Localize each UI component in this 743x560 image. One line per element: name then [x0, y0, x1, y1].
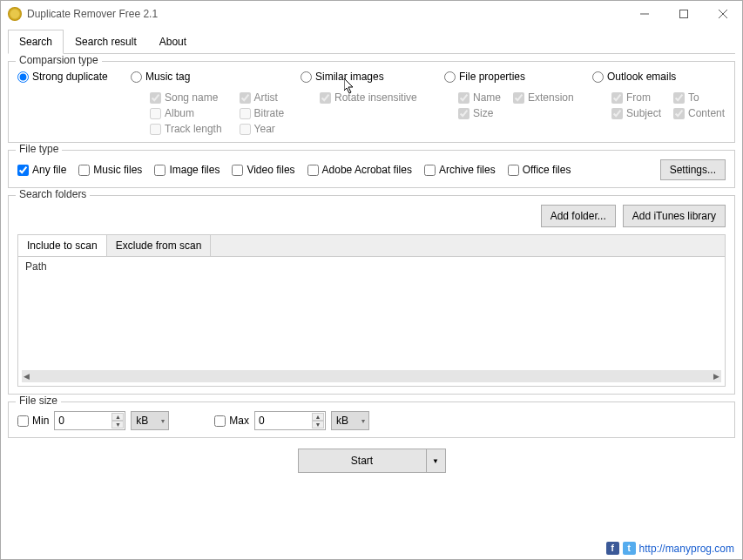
- min-input[interactable]: 0▲▼: [54, 411, 125, 430]
- chk-song-name: Song name: [150, 91, 222, 104]
- chk-from: From: [611, 91, 661, 104]
- chk-office-files[interactable]: Office files: [508, 164, 571, 176]
- filesize-label: File size: [16, 395, 61, 407]
- radio-similar-images[interactable]: Similar images: [301, 71, 444, 83]
- chk-adobe-files[interactable]: Adobe Acrobat files: [307, 164, 412, 176]
- chk-content: Content: [673, 107, 725, 119]
- start-dropdown-button[interactable]: ▼: [427, 449, 446, 473]
- comparison-group: Comparsion type Strong duplicate Music t…: [8, 61, 735, 143]
- svg-rect-1: [679, 10, 687, 18]
- min-spinner[interactable]: ▲▼: [111, 413, 124, 428]
- chk-size: Size: [458, 107, 501, 119]
- chk-to: To: [673, 91, 725, 104]
- maximize-button[interactable]: [664, 2, 703, 26]
- scan-tabs: Include to scan Exclude from scan: [17, 234, 726, 256]
- chk-any-file[interactable]: Any file: [17, 164, 66, 176]
- footer: f t http://manyprog.com: [606, 542, 734, 555]
- tab-include-scan[interactable]: Include to scan: [18, 235, 107, 256]
- chk-image-files[interactable]: Image files: [154, 164, 220, 176]
- folders-label: Search folders: [16, 188, 90, 200]
- chk-extension: Extension: [513, 91, 574, 104]
- radio-music-tag[interactable]: Music tag: [131, 71, 301, 83]
- max-spinner[interactable]: ▲▼: [312, 413, 324, 428]
- chk-rotate-insensitive: Rotate insensitive: [320, 91, 444, 104]
- filesize-group: File size Min 0▲▼ kB Max 0▲▼ kB: [8, 401, 735, 438]
- settings-button[interactable]: Settings...: [660, 159, 726, 180]
- add-folder-button[interactable]: Add folder...: [541, 205, 616, 227]
- chk-archive-files[interactable]: Archive files: [424, 164, 496, 176]
- facebook-icon[interactable]: f: [606, 542, 619, 555]
- min-unit-select[interactable]: kB: [131, 411, 169, 430]
- radio-strong-duplicate[interactable]: Strong duplicate: [17, 71, 131, 83]
- chk-subject: Subject: [611, 107, 661, 119]
- website-link[interactable]: http://manyprog.com: [639, 543, 734, 555]
- chk-name: Name: [458, 91, 501, 104]
- start-button[interactable]: Start: [298, 449, 427, 473]
- chk-music-files[interactable]: Music files: [78, 164, 142, 176]
- chk-album: Album: [150, 107, 222, 119]
- horizontal-scrollbar[interactable]: ◀ ▶: [22, 370, 721, 382]
- folders-group: Search folders Add folder... Add iTunes …: [8, 195, 735, 395]
- app-icon: [8, 7, 22, 21]
- add-itunes-button[interactable]: Add iTunes library: [623, 205, 726, 227]
- filetype-label: File type: [16, 143, 62, 155]
- chk-bitrate: Bitrate: [240, 107, 285, 119]
- max-unit-select[interactable]: kB: [331, 411, 369, 430]
- comparison-label: Comparsion type: [16, 54, 102, 66]
- scroll-left-icon[interactable]: ◀: [24, 372, 30, 381]
- chk-max[interactable]: Max: [214, 415, 249, 427]
- tab-search[interactable]: Search: [8, 30, 64, 54]
- chk-artist: Artist: [240, 91, 285, 104]
- twitter-icon[interactable]: t: [623, 542, 636, 555]
- tab-about[interactable]: About: [148, 30, 198, 54]
- radio-file-properties[interactable]: File properties: [444, 71, 592, 83]
- tab-exclude-scan[interactable]: Exclude from scan: [107, 235, 212, 256]
- chk-video-files[interactable]: Video files: [232, 164, 294, 176]
- close-button[interactable]: [703, 2, 742, 26]
- radio-outlook-emails[interactable]: Outlook emails: [592, 71, 726, 83]
- chk-year: Year: [240, 123, 285, 135]
- path-column-header: Path: [18, 257, 725, 276]
- minimize-button[interactable]: [625, 2, 664, 26]
- path-list[interactable]: Path ◀ ▶: [17, 256, 726, 387]
- max-input[interactable]: 0▲▼: [254, 411, 326, 430]
- chk-track-length: Track length: [150, 123, 222, 135]
- scroll-right-icon[interactable]: ▶: [713, 372, 719, 381]
- chk-min[interactable]: Min: [17, 415, 49, 427]
- window-title: Duplicate Remover Free 2.1: [27, 8, 625, 20]
- tab-search-result[interactable]: Search result: [64, 30, 148, 54]
- main-tabs: Search Search result About: [8, 29, 735, 54]
- filetype-group: File type Any file Music files Image fil…: [8, 150, 735, 188]
